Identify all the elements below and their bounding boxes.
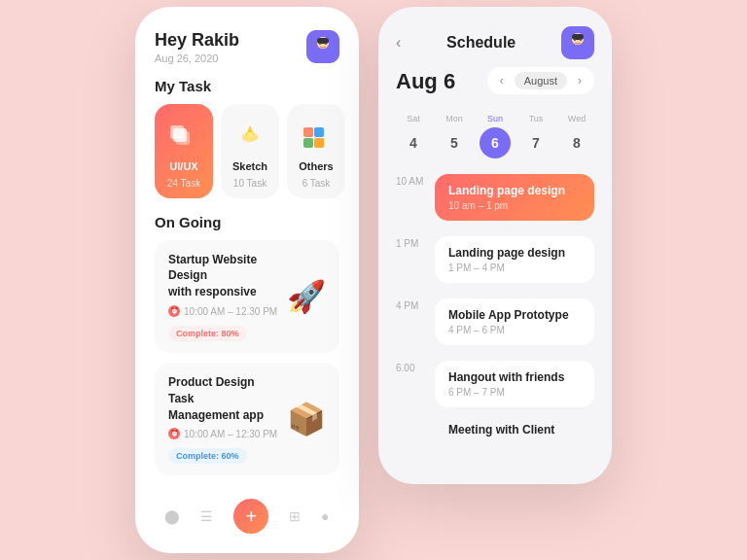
next-month-button[interactable]: › <box>569 70 590 91</box>
event-timerange-4: 6 PM – 7 PM <box>448 387 581 398</box>
grid-nav-icon[interactable]: ⊞ <box>289 508 301 524</box>
event-card-2[interactable]: Landing page design 1 PM – 4 PM <box>435 236 594 283</box>
svg-point-6 <box>319 43 321 45</box>
bottom-nav: ⬤ ☰ + ⊞ ● <box>155 485 339 534</box>
svg-rect-15 <box>314 127 324 137</box>
event-time-1: 10 AM <box>396 174 425 187</box>
schedule-header: ‹ Schedule <box>396 26 594 59</box>
event-title-2: Landing page design <box>448 246 581 260</box>
ongoing-time-2: ⏰ 10:00 AM – 12:30 PM <box>168 428 279 439</box>
event-card-5[interactable]: Meeting with Client <box>435 423 594 449</box>
sketch-icon <box>231 116 269 155</box>
time-icon-1: ⏰ <box>168 305 180 317</box>
box-emoji: 📦 <box>287 401 326 438</box>
uiux-icon <box>164 116 203 155</box>
greeting-date: Aug 26, 2020 <box>155 52 239 64</box>
timeline-item-2: 1 PM Landing page design 1 PM – 4 PM <box>396 236 594 283</box>
cal-day-name-5: Mon <box>445 114 463 123</box>
svg-rect-3 <box>311 52 335 63</box>
ongoing-time-1: ⏰ 10:00 AM – 12.30 PM <box>168 305 279 317</box>
ongoing-info-1: Startup Website Designwith responsive ⏰ … <box>168 252 279 341</box>
right-phone: ‹ Schedule Aug 6 ‹ August <box>378 7 612 484</box>
svg-rect-17 <box>314 138 324 148</box>
uiux-count: 24 Task <box>167 178 200 189</box>
rocket-emoji: 🚀 <box>287 278 326 315</box>
cal-day-7[interactable]: Tus 7 <box>518 114 553 158</box>
event-title-1: Landing page design <box>448 184 581 197</box>
cal-day-num-4: 4 <box>398 127 429 158</box>
event-timerange-2: 1 PM – 4 PM <box>448 262 581 273</box>
svg-rect-10 <box>173 128 187 142</box>
cal-day-name-8: Wed <box>568 114 586 123</box>
schedule-avatar[interactable] <box>561 26 594 59</box>
cal-day-name-6: Sun <box>487 114 503 123</box>
cal-day-num-7: 7 <box>520 127 551 158</box>
cal-day-num-8: 8 <box>561 127 592 158</box>
ongoing-card-title-1: Startup Website Designwith responsive <box>168 252 279 300</box>
others-count: 6 Task <box>302 178 331 189</box>
sketch-label: Sketch <box>232 160 267 172</box>
event-card-1[interactable]: Landing page design 10 am – 1 pm <box>435 174 594 221</box>
cal-day-5[interactable]: Mon 5 <box>437 114 472 158</box>
svg-point-13 <box>247 132 253 138</box>
ongoing-info-2: Product Design TaskManagement app ⏰ 10:0… <box>168 374 279 464</box>
svg-point-7 <box>325 43 327 45</box>
event-title-4: Hangout with friends <box>448 370 581 384</box>
cal-day-6[interactable]: Sun 6 <box>478 114 513 158</box>
event-card-4[interactable]: Hangout with friends 6 PM – 7 PM <box>435 361 594 407</box>
svg-rect-16 <box>303 138 313 148</box>
cal-day-num-6: 6 <box>480 127 511 158</box>
svg-rect-22 <box>572 34 584 40</box>
ongoing-card-1[interactable]: Startup Website Designwith responsive ⏰ … <box>155 240 339 353</box>
greeting-name: Hey Rakib <box>155 30 239 51</box>
cal-day-name-7: Tus <box>529 114 544 123</box>
svg-rect-5 <box>317 38 329 44</box>
others-icon <box>297 116 336 155</box>
svg-rect-14 <box>303 127 313 137</box>
timeline-item-3: 4 PM Mobile App Prototype 4 PM – 6 PM <box>396 298 594 345</box>
left-phone: Hey Rakib Aug 26, 2020 My Task <box>135 7 359 554</box>
greeting-block: Hey Rakib Aug 26, 2020 <box>155 30 239 64</box>
progress-badge-1: Complete: 80% <box>168 326 247 341</box>
others-label: Others <box>299 160 333 172</box>
phone-header: Hey Rakib Aug 26, 2020 <box>155 30 339 64</box>
task-cards: UI/UX 24 Task Sketch 10 Task <box>155 104 339 198</box>
month-label: August <box>515 72 567 89</box>
home-nav-icon[interactable]: ⬤ <box>164 508 180 524</box>
task-card-uiux[interactable]: UI/UX 24 Task <box>155 104 213 198</box>
back-button[interactable]: ‹ <box>396 34 401 52</box>
timeline-item-5: Meeting with Client <box>396 423 594 449</box>
ongoing-title: On Going <box>155 214 339 230</box>
event-time-5 <box>396 423 425 425</box>
ongoing-card-title-2: Product Design TaskManagement app <box>168 374 279 423</box>
task-card-others[interactable]: Others 6 Task <box>287 104 345 198</box>
avatar-svg <box>306 30 339 63</box>
timeline-item-1: 10 AM Landing page design 10 am – 1 pm <box>396 174 594 221</box>
cal-day-4[interactable]: Sat 4 <box>396 114 431 158</box>
dot-nav-icon[interactable]: ● <box>321 508 329 524</box>
uiux-label: UI/UX <box>169 160 197 172</box>
svg-point-24 <box>580 39 582 41</box>
cal-day-name-4: Sat <box>407 114 420 123</box>
timeline-item-4: 6.00 Hangout with friends 6 PM – 7 PM <box>396 361 594 407</box>
svg-rect-20 <box>566 48 589 59</box>
event-timerange-1: 10 am – 1 pm <box>448 200 581 211</box>
list-nav-icon[interactable]: ☰ <box>200 508 213 524</box>
ongoing-card-2[interactable]: Product Design TaskManagement app ⏰ 10:0… <box>155 363 339 475</box>
schedule-avatar-svg <box>561 26 594 59</box>
event-card-3[interactable]: Mobile App Prototype 4 PM – 6 PM <box>435 298 594 345</box>
month-nav: ‹ August › <box>487 67 594 94</box>
cal-day-8[interactable]: Wed 8 <box>559 114 594 158</box>
time-icon-2: ⏰ <box>168 428 180 439</box>
task-card-sketch[interactable]: Sketch 10 Task <box>221 104 279 198</box>
prev-month-button[interactable]: ‹ <box>491 70 513 91</box>
add-button[interactable]: + <box>233 499 268 534</box>
aug-date: Aug 6 <box>396 69 455 94</box>
event-title-3: Mobile App Prototype <box>448 308 581 322</box>
event-timerange-3: 4 PM – 6 PM <box>448 325 581 335</box>
avatar[interactable] <box>306 30 339 63</box>
timeline: 10 AM Landing page design 10 am – 1 pm 1… <box>396 174 594 465</box>
cal-day-num-5: 5 <box>439 127 470 158</box>
progress-badge-2: Complete: 60% <box>168 448 247 464</box>
schedule-title: Schedule <box>446 34 516 52</box>
